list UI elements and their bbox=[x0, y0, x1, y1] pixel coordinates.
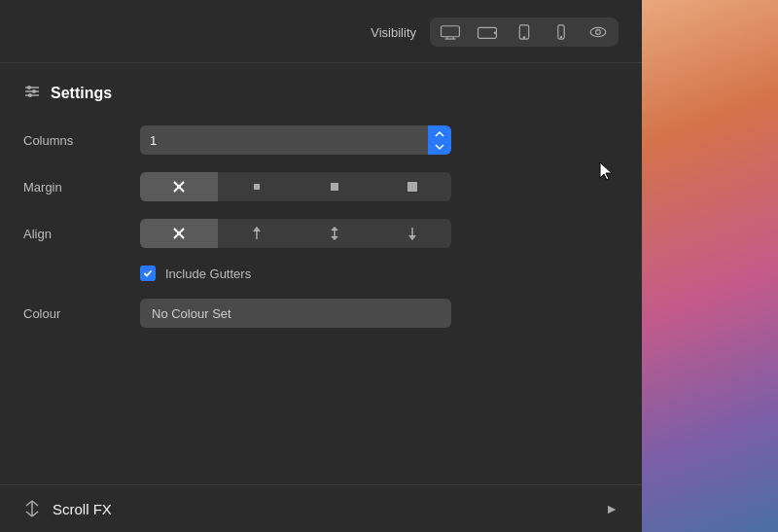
columns-label: Columns bbox=[23, 133, 140, 148]
svg-point-5 bbox=[494, 32, 496, 34]
margin-control bbox=[140, 172, 451, 201]
svg-point-7 bbox=[523, 37, 525, 39]
sliders-icon bbox=[23, 83, 41, 100]
svg-point-10 bbox=[590, 27, 606, 36]
columns-input-wrapper bbox=[140, 125, 451, 155]
settings-section: Settings Columns Margin bbox=[0, 63, 642, 484]
colour-label: Colour bbox=[23, 306, 140, 321]
svg-line-30 bbox=[26, 512, 32, 516]
margin-lg-button[interactable] bbox=[373, 172, 451, 201]
visibility-button-group bbox=[430, 18, 619, 47]
svg-line-29 bbox=[32, 501, 38, 506]
chevron-up-icon bbox=[434, 128, 445, 140]
align-segment-control bbox=[140, 219, 451, 248]
svg-rect-20 bbox=[254, 184, 260, 190]
align-middle-icon bbox=[328, 227, 341, 240]
include-gutters-row: Include Gutters bbox=[140, 266, 619, 281]
settings-icon bbox=[23, 83, 41, 104]
svg-rect-4 bbox=[478, 27, 497, 38]
svg-point-17 bbox=[28, 93, 32, 97]
columns-row: Columns bbox=[23, 125, 619, 155]
settings-panel: Visibility bbox=[0, 0, 642, 532]
margin-sm-icon bbox=[250, 180, 264, 194]
svg-point-9 bbox=[560, 36, 561, 37]
svg-point-15 bbox=[27, 86, 31, 89]
eye-icon bbox=[587, 24, 609, 40]
columns-stepper-button[interactable] bbox=[428, 125, 451, 155]
align-bottom-icon bbox=[406, 227, 419, 240]
checkmark-icon bbox=[143, 268, 153, 278]
margin-label: Margin bbox=[23, 180, 140, 195]
align-none-button[interactable] bbox=[140, 219, 218, 248]
tablet-landscape-icon bbox=[477, 24, 498, 40]
align-top-icon bbox=[250, 227, 264, 240]
scroll-fx-arrows-icon bbox=[23, 500, 41, 517]
align-bottom-button[interactable] bbox=[373, 219, 451, 248]
align-middle-button[interactable] bbox=[296, 219, 373, 248]
margin-lg-icon bbox=[406, 180, 419, 194]
svg-rect-22 bbox=[407, 182, 417, 192]
scroll-fx-row[interactable]: Scroll FX ► bbox=[0, 484, 642, 532]
align-control bbox=[140, 219, 451, 248]
align-x-icon bbox=[172, 227, 186, 240]
svg-rect-21 bbox=[331, 183, 338, 191]
settings-title: Settings bbox=[51, 85, 112, 102]
scroll-fx-label: Scroll FX bbox=[53, 501, 605, 517]
x-icon bbox=[172, 180, 186, 194]
colour-picker-button[interactable]: No Colour Set bbox=[140, 299, 451, 328]
margin-row: Margin bbox=[23, 172, 619, 201]
margin-sm-button[interactable] bbox=[218, 172, 296, 201]
svg-line-28 bbox=[26, 501, 32, 506]
visibility-mobile-button[interactable] bbox=[547, 21, 576, 43]
visibility-eye-button[interactable] bbox=[584, 21, 613, 43]
columns-control bbox=[140, 125, 451, 155]
chevron-down-icon bbox=[434, 141, 445, 153]
svg-point-11 bbox=[596, 30, 601, 35]
desktop-icon bbox=[440, 24, 461, 40]
svg-line-31 bbox=[32, 512, 38, 516]
include-gutters-checkbox[interactable] bbox=[140, 266, 156, 281]
align-label: Align bbox=[23, 227, 140, 241]
scroll-fx-chevron-icon: ► bbox=[605, 501, 619, 516]
margin-segment-control bbox=[140, 172, 451, 201]
align-top-button[interactable] bbox=[218, 219, 296, 248]
margin-md-icon bbox=[328, 180, 341, 194]
align-row: Align bbox=[23, 219, 619, 248]
background-gradient bbox=[642, 0, 778, 532]
include-gutters-label: Include Gutters bbox=[165, 266, 251, 281]
visibility-label: Visibility bbox=[371, 25, 416, 40]
margin-md-button[interactable] bbox=[296, 172, 373, 201]
visibility-row: Visibility bbox=[0, 0, 642, 63]
mobile-icon bbox=[550, 24, 572, 40]
visibility-desktop-button[interactable] bbox=[436, 21, 465, 43]
section-header: Settings bbox=[23, 83, 619, 104]
margin-none-button[interactable] bbox=[140, 172, 218, 201]
tablet-portrait-icon bbox=[513, 24, 535, 40]
colour-control: No Colour Set bbox=[140, 299, 451, 328]
visibility-tablet-portrait-button[interactable] bbox=[510, 21, 539, 43]
columns-input[interactable] bbox=[140, 125, 428, 155]
colour-row: Colour No Colour Set bbox=[23, 299, 619, 328]
svg-point-16 bbox=[32, 89, 36, 93]
svg-rect-0 bbox=[442, 26, 460, 37]
scroll-fx-icon bbox=[23, 499, 43, 518]
visibility-tablet-landscape-button[interactable] bbox=[473, 21, 502, 43]
